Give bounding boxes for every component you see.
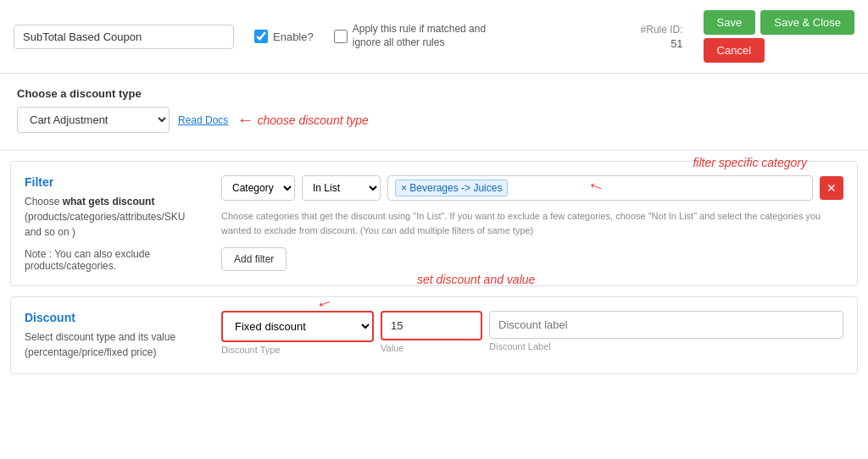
discount-title: Discount [25, 311, 211, 324]
discount-type-label: Choose a discount type [17, 87, 851, 100]
filter-right: Category Product SKU Attribute In List N… [221, 175, 843, 272]
filter-controls-row: Category Product SKU Attribute In List N… [221, 175, 843, 201]
enable-label: Enable? [273, 30, 314, 43]
filter-desc-rest: (products/categories/attributes/SKU and … [25, 211, 185, 238]
apply-rule-section: Apply this rule if matched and ignore al… [334, 23, 488, 49]
apply-rule-checkbox[interactable] [334, 30, 348, 43]
filter-desc: Choose what gets discount (products/cate… [25, 194, 194, 240]
filter-type-select[interactable]: Category Product SKU Attribute [221, 175, 295, 201]
discount-label-input[interactable] [489, 311, 843, 339]
cancel-button[interactable]: Cancel [704, 38, 765, 63]
header-buttons-bottom-row: Cancel [704, 38, 854, 63]
discount-value-input[interactable] [381, 311, 482, 340]
discount-label-sublabel: Discount Label [489, 341, 843, 351]
discount-type-select-box[interactable]: Fixed discount Percentage discount Fixed… [221, 311, 374, 342]
filter-delete-button[interactable]: ✕ [820, 176, 843, 200]
read-docs-link[interactable]: Read Docs [178, 114, 228, 126]
discount-type-select[interactable]: Cart Adjustment Product Discount Buy X G… [17, 107, 170, 133]
filter-content: Filter Choose what gets discount (produc… [25, 175, 843, 272]
filter-section: Filter Choose what gets discount (produc… [10, 161, 858, 286]
discount-type-section: Choose a discount type Cart Adjustment P… [0, 74, 868, 151]
discount-type-field-group: Fixed discount Percentage discount Fixed… [221, 311, 374, 355]
arrow-left-icon: ← [236, 110, 253, 130]
header-buttons-top-row: Save Save & Close [704, 10, 854, 35]
discount-left: Discount Select discount type and its va… [25, 311, 211, 360]
add-filter-button[interactable]: Add filter [221, 247, 287, 271]
discount-value-sublabel: Value [381, 343, 482, 353]
discount-annotation-text: choose discount type [257, 113, 369, 127]
filter-annotation-text: filter specific category [693, 156, 807, 169]
sections-wrapper: filter specific category → Filter Choose… [0, 161, 868, 395]
filter-desc-bold: what gets discount [63, 196, 155, 207]
discount-type-sublabel: Discount Type [221, 345, 374, 355]
filter-tag: × Beverages -> Juices [395, 180, 508, 196]
discount-controls-row: Fixed discount Percentage discount Fixed… [221, 311, 843, 355]
filter-condition-select[interactable]: In List Not In List [302, 175, 381, 201]
enable-section: Enable? [254, 30, 314, 43]
discount-annotation-text: set discount and value [417, 273, 535, 286]
apply-rule-text: Apply this rule if matched and ignore al… [353, 23, 488, 49]
header-buttons: Save Save & Close Cancel [704, 10, 854, 63]
discount-value-field-group: Value [381, 311, 482, 353]
save-close-button[interactable]: Save & Close [760, 10, 854, 35]
filter-tag-text: × Beverages -> Juices [401, 182, 502, 194]
discount-section-outer: set discount and value → Discount Select… [10, 296, 858, 374]
rule-id-label: #Rule ID: [641, 24, 683, 36]
filter-title: Filter [25, 175, 211, 189]
discount-desc: Select discount type and its value (perc… [25, 329, 194, 360]
discount-content: Discount Select discount type and its va… [25, 311, 843, 360]
rule-id-number: 51 [670, 37, 682, 50]
filter-section-outer: filter specific category → Filter Choose… [10, 161, 858, 286]
coupon-name-input[interactable] [14, 25, 234, 49]
filter-left: Filter Choose what gets discount (produc… [25, 175, 211, 272]
enable-checkbox[interactable] [254, 30, 268, 43]
save-button[interactable]: Save [704, 10, 756, 35]
discount-label-field-group: Discount Label [489, 311, 843, 351]
filter-note: Note : You can also exclude products/cat… [25, 248, 211, 272]
filter-hint-text: Choose categories that get the discount … [221, 209, 843, 237]
filter-desc-choose: Choose [25, 196, 63, 207]
discount-type-row: Cart Adjustment Product Discount Buy X G… [17, 107, 851, 133]
discount-section: Discount Select discount type and its va… [10, 296, 858, 374]
rule-id-section: #Rule ID: 51 [641, 24, 683, 50]
page-wrapper: Enable? Apply this rule if matched and i… [0, 0, 868, 459]
discount-right: Fixed discount Percentage discount Fixed… [221, 311, 843, 360]
header-bar: Enable? Apply this rule if matched and i… [0, 0, 868, 74]
discount-annotation: ← choose discount type [236, 110, 369, 130]
